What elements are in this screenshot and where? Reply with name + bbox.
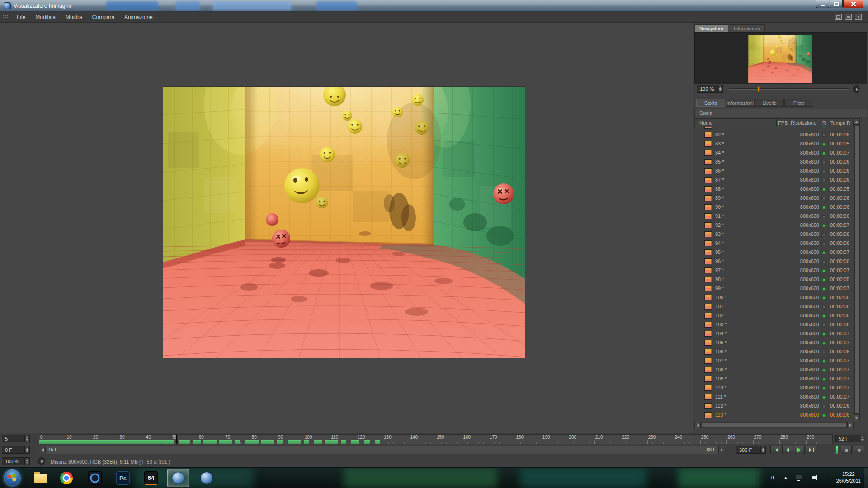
taskbar-photoshop-button[interactable]: Ps	[112, 469, 134, 487]
panel-dock-icon[interactable]	[845, 14, 852, 20]
stepper-icon[interactable]	[717, 85, 722, 92]
history-row[interactable]: 98 * 800x600 00:00:05	[694, 275, 854, 284]
stepper-icon[interactable]	[24, 458, 29, 465]
history-row[interactable]: 93 * 800x600 00:00:06	[694, 230, 854, 239]
history-row[interactable]: 83 * 800x600 00:00:05	[694, 140, 854, 149]
range-left-arrow-icon[interactable]	[39, 446, 46, 454]
zoom-slider-handle[interactable]	[758, 86, 760, 92]
history-row[interactable]: 97 * 800x600 00:00:07	[694, 266, 854, 275]
panel-tab[interactable]: Storia	[696, 99, 725, 107]
history-row[interactable]: 104 * 800x600 00:00:07	[694, 329, 854, 338]
history-row[interactable]: 81 * 800x600 00:00:06	[694, 127, 854, 131]
navigator-zoom-slider[interactable]	[729, 88, 849, 90]
volume-icon[interactable]	[812, 476, 815, 479]
history-horizontal-scrollbar[interactable]	[694, 422, 854, 428]
history-row[interactable]: 100 * 800x600 00:00:06	[694, 293, 854, 302]
menu-grip-icon[interactable]	[3, 14, 10, 20]
stepper-icon[interactable]	[860, 435, 865, 442]
scrollbar-thumb[interactable]	[854, 126, 859, 414]
menu-item[interactable]: Animazione	[119, 12, 158, 23]
history-row[interactable]: 84 * 800x600 00:00:07	[694, 149, 854, 158]
history-row[interactable]: 89 * 800x600 00:00:06	[694, 194, 854, 203]
scroll-right-icon[interactable]	[847, 422, 853, 428]
history-row[interactable]: 107 * 800x600 00:00:07	[694, 357, 854, 366]
taskbar-media-app-button[interactable]	[84, 469, 106, 487]
network-icon[interactable]	[796, 475, 802, 479]
history-row[interactable]: 101 * 800x600 00:00:06	[694, 302, 854, 311]
history-row[interactable]: 96 * 800x600 00:00:06	[694, 257, 854, 266]
close-button[interactable]	[843, 0, 863, 8]
end-frame-field[interactable]: 300 F	[736, 446, 766, 454]
panel-restore-icon[interactable]	[835, 14, 842, 20]
history-row[interactable]: 82 * 800x600 00:00:06	[694, 131, 854, 140]
history-table-header[interactable]: Nome FPS Risoluzione R Tempo R	[694, 118, 854, 127]
navigator-preview[interactable]	[694, 32, 867, 84]
history-row[interactable]: 86 * 800x600 00:00:06	[694, 167, 854, 176]
panel-menu-icon[interactable]	[855, 14, 862, 20]
menu-item[interactable]: Mostra	[61, 12, 87, 23]
go-to-start-button[interactable]	[770, 446, 781, 454]
history-row[interactable]: 99 * 800x600 00:00:07	[694, 284, 854, 293]
current-frame-field[interactable]: 52 F	[835, 435, 865, 442]
history-row[interactable]: 92 * 800x600 00:00:07	[694, 221, 854, 230]
go-to-end-button[interactable]	[806, 446, 816, 454]
stepper-icon[interactable]	[24, 435, 29, 442]
stepper-icon[interactable]	[760, 446, 765, 453]
panel-tab[interactable]: Livello	[755, 99, 784, 107]
navigator-options-button[interactable]	[853, 85, 860, 93]
range-right-arrow-icon[interactable]	[718, 446, 725, 454]
viewer-zoom-field[interactable]: 100 %	[2, 457, 30, 465]
scroll-up-icon[interactable]	[854, 119, 859, 125]
stop-button[interactable]	[841, 446, 852, 454]
timeline-ruler[interactable]: 0102030405060708090100110120130140150160…	[39, 434, 833, 444]
history-row[interactable]: 110 * 800x600 00:00:07	[694, 384, 854, 393]
playhead[interactable]	[176, 435, 179, 444]
language-indicator[interactable]: IT	[770, 475, 775, 480]
stepper-icon[interactable]	[24, 446, 29, 453]
history-row[interactable]: 113 * 800x600 00:00:06	[694, 411, 854, 420]
history-row[interactable]: 108 * 800x600 00:00:07	[694, 366, 854, 375]
menu-item[interactable]: File	[12, 12, 30, 23]
play-button[interactable]	[794, 446, 805, 454]
scroll-left-icon[interactable]	[695, 422, 701, 428]
previous-frame-button[interactable]	[782, 446, 793, 454]
start-button[interactable]	[4, 469, 21, 487]
menu-item[interactable]: Modifica	[30, 12, 61, 23]
history-row[interactable]: 85 * 800x600 00:00:06	[694, 158, 854, 167]
taskbar-picture-viewer-button[interactable]	[167, 469, 189, 487]
titlebar[interactable]: Visualizzatore Immagini	[0, 0, 868, 12]
scrollbar-thumb[interactable]	[702, 423, 846, 427]
history-row[interactable]: 88 * 800x600 00:00:05	[694, 185, 854, 194]
maximize-button[interactable]	[830, 0, 843, 8]
tray-expand-icon[interactable]	[784, 477, 788, 479]
history-row[interactable]: 105 * 800x600 00:00:07	[694, 338, 854, 347]
timeline-range-scrollbar[interactable]: 15 F 63 F	[39, 446, 725, 454]
preview-play-button[interactable]	[38, 457, 45, 465]
history-row[interactable]: 102 * 800x600 00:00:06	[694, 311, 854, 320]
history-row[interactable]: 109 * 800x600 00:00:07	[694, 375, 854, 384]
history-row[interactable]: 95 * 800x600 00:00:07	[694, 248, 854, 257]
history-row[interactable]: 90 * 800x600 00:00:06	[694, 203, 854, 212]
history-row[interactable]: 87 * 800x600 00:00:06	[694, 176, 854, 185]
frame-step-field[interactable]: 5	[2, 435, 30, 442]
history-row[interactable]: 112 * 800x600 00:00:06	[694, 402, 854, 411]
navigator-tab[interactable]: Istogramma	[729, 24, 765, 32]
history-row[interactable]: 103 * 800x600 00:00:06	[694, 320, 854, 329]
show-desktop-button[interactable]	[864, 468, 868, 488]
panel-tab[interactable]: Filtro	[784, 99, 813, 107]
clock[interactable]: 15:22 26/05/2011	[836, 471, 861, 484]
history-row[interactable]: 94 * 800x600 00:00:06	[694, 239, 854, 248]
history-row[interactable]: 91 * 800x600 00:00:06	[694, 212, 854, 221]
navigator-zoom-field[interactable]: 100 %	[697, 85, 723, 93]
taskbar-blue-app-button[interactable]	[196, 469, 217, 487]
navigator-tab[interactable]: Navigatore	[694, 24, 728, 32]
loop-mode-button[interactable]	[854, 446, 864, 454]
start-frame-field[interactable]: 0 F	[2, 446, 30, 454]
panel-tab[interactable]: Informazioni	[726, 99, 755, 107]
scroll-down-icon[interactable]	[854, 415, 859, 421]
history-row[interactable]: 106 * 800x600 00:00:06	[694, 347, 854, 357]
menu-item[interactable]: Compara	[87, 12, 119, 23]
history-row[interactable]: 111 * 800x600 00:00:07	[694, 393, 854, 402]
image-canvas[interactable]	[0, 23, 693, 433]
taskbar-chrome-button[interactable]	[56, 469, 77, 487]
